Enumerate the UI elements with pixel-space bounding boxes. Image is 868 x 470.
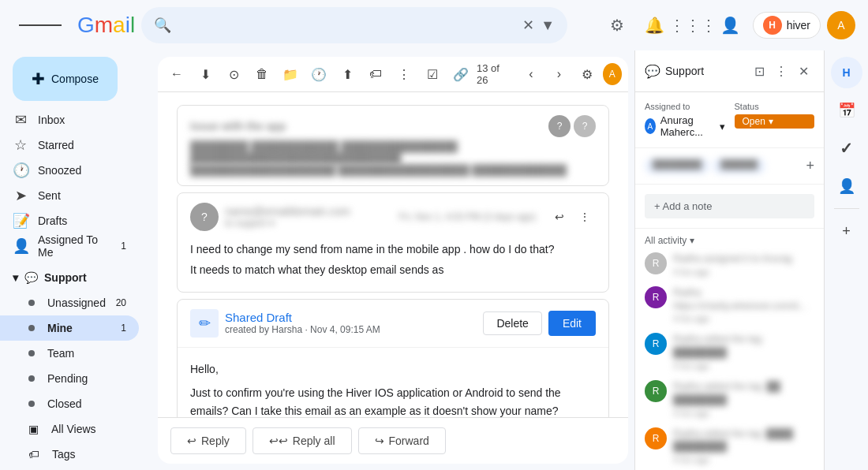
settings-icon[interactable]: ⚙: [601, 9, 633, 41]
sender-to: to support ▾: [225, 218, 393, 229]
closed-icon: [28, 401, 35, 407]
sidebar-item-drafts[interactable]: 📝 Drafts: [0, 208, 139, 233]
collapsed-email[interactable]: Issue with the app ? ? ████████ ████████…: [177, 105, 609, 186]
sender-info: name@emaildomain.com to support ▾: [225, 205, 393, 229]
sidebar-item-inbox[interactable]: ✉ Inbox: [0, 107, 139, 132]
reply-all-button[interactable]: ↩↩ Reply all: [253, 427, 352, 454]
sidebar-item-all-views[interactable]: ▣ All Views: [0, 416, 139, 442]
label-button[interactable]: 🏷: [363, 60, 388, 88]
far-right-add-btn[interactable]: +: [831, 215, 862, 247]
far-right-calendar-btn[interactable]: 📅: [831, 95, 862, 126]
email-reply-icon[interactable]: ↩: [548, 206, 571, 228]
move-to-button[interactable]: ⬆: [335, 60, 360, 88]
sidebar-item-assigned-label: Assigned To Me: [38, 233, 111, 259]
sidebar-item-mine[interactable]: Mine 1: [0, 315, 139, 341]
support-group-label[interactable]: ▾ 💬 Support: [0, 265, 152, 290]
sidebar-item-pending[interactable]: Pending: [0, 366, 139, 391]
sidebar-item-team[interactable]: Team: [0, 341, 139, 366]
search-bar[interactable]: 🔍 label:Hiver-marketing/Unassigned label…: [141, 7, 567, 43]
assignee-avatar: A: [645, 118, 656, 134]
collapsed-sender: Issue with the app: [190, 120, 542, 132]
collapsed-email-header: Issue with the app ? ?: [190, 115, 596, 137]
prev-email-button[interactable]: ‹: [518, 60, 543, 88]
archive-button[interactable]: ⬇: [193, 60, 218, 88]
far-right-contacts-btn[interactable]: 👤: [831, 170, 862, 202]
sidebar-item-starred[interactable]: ☆ Starred: [0, 132, 139, 158]
reply-area: ↩ Reply ↩↩ Reply all ↪ Forward: [158, 417, 628, 464]
far-right-tasks-btn[interactable]: ✓: [831, 132, 862, 164]
notifications-icon[interactable]: 🔔: [639, 9, 671, 41]
status-field: Status Open ▾: [735, 102, 815, 138]
edit-draft-button[interactable]: Edit: [548, 311, 596, 336]
far-right-hiver-btn[interactable]: H: [831, 57, 862, 88]
sender-avatar: ?: [190, 203, 219, 231]
tags-icon: 🏷: [28, 448, 39, 461]
collapsed-preview-2: ████████████████████ ██████████████████ …: [190, 164, 596, 176]
tag-1[interactable]: ████████: [645, 158, 709, 174]
more-button[interactable]: ⋮: [391, 60, 417, 88]
compose-button[interactable]: ✚ Compose: [13, 57, 118, 101]
tag-2[interactable]: ██████: [713, 158, 765, 174]
sidebar-item-sent[interactable]: ➤ Sent: [0, 183, 139, 208]
delete-draft-button[interactable]: Delete: [483, 311, 541, 335]
delete-button[interactable]: 🗑: [249, 60, 275, 88]
sidebar-item-unassigned[interactable]: Unassigned 20: [0, 290, 139, 315]
reply-button[interactable]: ↩ Reply: [170, 427, 246, 454]
link-button[interactable]: 🔗: [448, 60, 473, 88]
clear-search-icon[interactable]: ✕: [522, 17, 534, 34]
assigned-to-value[interactable]: A Anurag Maherc... ▾: [645, 114, 725, 138]
unassigned-dot-icon: [28, 300, 35, 306]
sidebar-item-snoozed-label: Snoozed: [38, 164, 81, 177]
back-button[interactable]: ←: [164, 60, 189, 88]
hiver-label: hiver: [787, 19, 810, 32]
add-note-input[interactable]: + Add a note: [645, 194, 814, 218]
settings-email-button[interactable]: ⚙: [574, 60, 599, 88]
panel-inbox-icon: 💬: [645, 64, 660, 79]
sidebar-item-tags[interactable]: 🏷 Tags: [0, 442, 139, 467]
activity-avatar-5: R: [645, 427, 667, 449]
mark-unread-button[interactable]: ⊙: [221, 60, 246, 88]
apps-icon[interactable]: ⋮⋮⋮: [677, 9, 709, 41]
hamburger-icon[interactable]: [13, 16, 68, 35]
sidebar-item-snoozed[interactable]: 🕐 Snoozed: [0, 158, 139, 183]
gmail-logo-text: Gmail: [77, 13, 135, 38]
reply-icon: ↩: [187, 435, 196, 447]
search-icon: 🔍: [154, 17, 171, 34]
mine-dot-icon: [28, 325, 35, 331]
panel-close-icon[interactable]: ✕: [792, 60, 814, 82]
next-email-button[interactable]: ›: [547, 60, 571, 88]
search-bar-actions: ✕ ▼: [522, 17, 555, 34]
forward-button[interactable]: ↪ Forward: [358, 427, 446, 454]
task-button[interactable]: ☑: [420, 60, 445, 88]
add-tag-icon[interactable]: +: [806, 158, 814, 174]
far-right-strip: H 📅 ✓ 👤 +: [824, 50, 868, 470]
activity-item: R Radha added the tag: ██ ████████ 4 hrs…: [645, 380, 814, 418]
activity-text-1: Radha assigned it to Anurag: [673, 252, 814, 266]
panel-expand-icon[interactable]: ⊡: [748, 60, 770, 82]
snooze-button[interactable]: 🕐: [306, 60, 331, 88]
user-avatar[interactable]: A: [827, 11, 855, 39]
add-note-label: + Add a note: [654, 200, 712, 212]
activity-section: All activity ▾ R Radha assigned it to An…: [635, 229, 824, 470]
account-icon[interactable]: 👤: [715, 9, 746, 41]
right-panel: 💬 Support ⊡ ⋮ ✕ Assigned to A Anurag Mah…: [634, 50, 824, 470]
sidebar-item-assigned-to-me[interactable]: 👤 Assigned To Me 1: [0, 233, 139, 259]
expanded-email: ? name@emaildomain.com to support ▾ Fri,…: [177, 192, 609, 293]
assigned-icon: 👤: [13, 237, 28, 255]
draft-info: Shared Draft created by Harsha · Nov 4, …: [225, 311, 380, 335]
search-input[interactable]: label:Hiver-marketing/Unassigned label:H…: [178, 18, 522, 32]
topbar: Gmail 🔍 label:Hiver-marketing/Unassigned…: [0, 0, 868, 50]
email-toolbar: ← ⬇ ⊙ 🗑 📁 🕐 ⬆ 🏷 ⋮ ☑ 🔗 13 of 26 ‹ › ⚙ A: [158, 57, 628, 92]
panel-more-icon[interactable]: ⋮: [770, 60, 792, 82]
panel-assigned: Assigned to A Anurag Maherc... ▾ Status …: [645, 102, 814, 138]
move-button[interactable]: 📁: [278, 60, 303, 88]
forward-icon: ↪: [375, 435, 384, 447]
panel-tags-section: ████████ ██████ +: [635, 148, 824, 185]
sidebar-item-closed[interactable]: Closed: [0, 391, 139, 416]
activity-header[interactable]: All activity ▾: [645, 235, 814, 246]
hiver-badge[interactable]: H hiver: [753, 12, 821, 39]
activity-content-2: Radha https://charity.wherever.com/d... …: [673, 286, 814, 324]
status-badge[interactable]: Open ▾: [735, 114, 815, 129]
email-more-icon[interactable]: ⋮: [574, 206, 596, 228]
search-options-icon[interactable]: ▼: [541, 17, 555, 34]
